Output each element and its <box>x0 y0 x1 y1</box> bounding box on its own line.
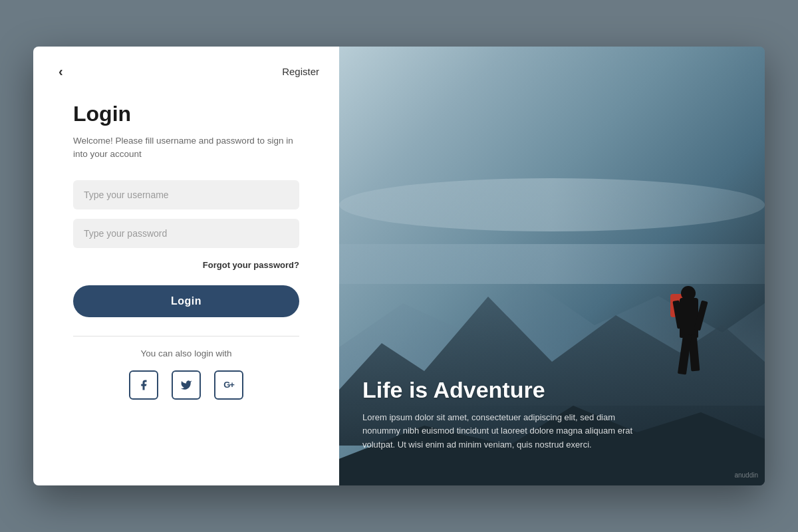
left-content: Login Welcome! Please fill username and … <box>33 88 339 485</box>
adventure-title: Life is Adventure <box>362 377 745 403</box>
person-torso <box>680 298 698 338</box>
left-panel: ‹ Register Login Welcome! Please fill us… <box>33 47 339 485</box>
googleplus-icon: G+ <box>223 380 234 390</box>
right-text-overlay: Life is Adventure Lorem ipsum dolor sit … <box>362 377 745 452</box>
facebook-button[interactable] <box>129 370 158 400</box>
divider <box>73 336 299 336</box>
username-input[interactable] <box>73 180 299 209</box>
password-input[interactable] <box>73 219 299 248</box>
social-login-label: You can also login with <box>73 348 299 358</box>
fog-layer-2 <box>339 244 765 284</box>
right-panel: Life is Adventure Lorem ipsum dolor sit … <box>339 47 765 485</box>
login-modal: ‹ Register Login Welcome! Please fill us… <box>33 47 765 485</box>
forgot-password-section: Forgot your password? <box>73 259 299 271</box>
left-header: ‹ Register <box>33 47 339 88</box>
photo-credit: anuddin <box>734 471 758 479</box>
background-image: Life is Adventure Lorem ipsum dolor sit … <box>339 47 765 485</box>
twitter-button[interactable] <box>172 370 201 400</box>
login-button[interactable]: Login <box>73 285 299 317</box>
fog-layer-1 <box>339 178 765 231</box>
login-title: Login <box>73 102 299 126</box>
adventure-description: Lorem ipsum dolor sit amet, consectetuer… <box>362 411 642 452</box>
facebook-icon <box>138 379 150 391</box>
register-link[interactable]: Register <box>282 66 319 77</box>
googleplus-button[interactable]: G+ <box>214 370 243 400</box>
back-button[interactable]: ‹ <box>53 61 68 82</box>
twitter-icon <box>180 379 192 391</box>
social-icons-group: G+ <box>73 370 299 400</box>
login-subtitle: Welcome! Please fill username and passwo… <box>73 134 299 162</box>
forgot-password-link[interactable]: Forgot your password? <box>203 260 299 270</box>
